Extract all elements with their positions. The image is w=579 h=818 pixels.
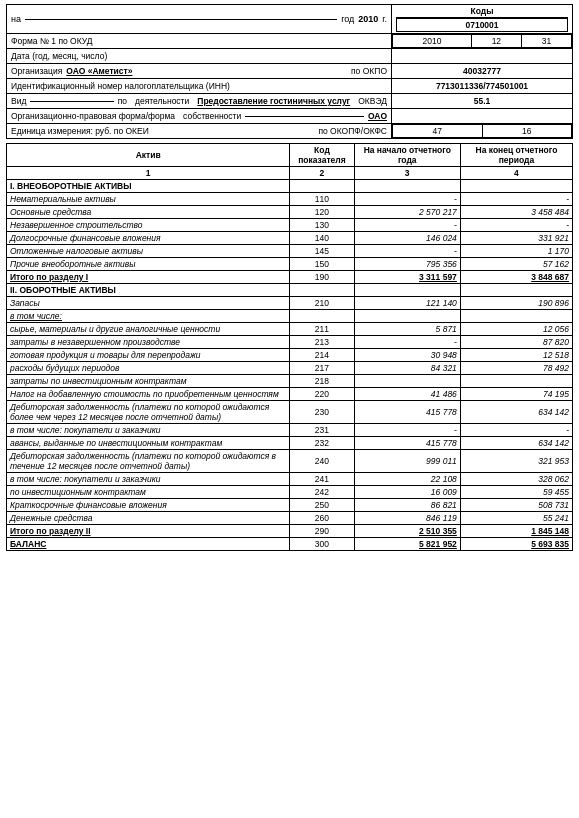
table-row: в том числе: [7, 310, 573, 323]
cell-kon: 78 492 [460, 362, 572, 375]
cell-name: БАЛАНС [7, 538, 290, 551]
forma-label: Форма № 1 по ОКУД [11, 36, 93, 46]
cell-kod: 290 [290, 525, 354, 538]
okopf-value: 47 [393, 125, 483, 138]
cell-nach: 3 311 597 [354, 271, 460, 284]
cell-nach: 146 024 [354, 232, 460, 245]
table-row: авансы, выданные по инвестиционным контр… [7, 437, 573, 450]
cell-kon: 3 458 484 [460, 206, 572, 219]
table-row: в том числе: покупатели и заказчики24122… [7, 473, 573, 486]
cell-kod: 210 [290, 297, 354, 310]
table-row: I. ВНЕОБОРОТНЫЕ АКТИВЫ [7, 180, 573, 193]
okpo-value: 40032777 [392, 64, 572, 78]
cell-kod: 250 [290, 499, 354, 512]
cell-name: Дебиторская задолженность (платежи по ко… [7, 401, 290, 424]
cell-nach [354, 284, 460, 297]
po-okpo-label: по ОКПО [351, 66, 387, 76]
na-label: на [11, 14, 21, 24]
cell-kon: 190 896 [460, 297, 572, 310]
codes-title: Коды [396, 6, 568, 18]
cell-name: I. ВНЕОБОРОТНЫЕ АКТИВЫ [7, 180, 290, 193]
cell-name: Основные средства [7, 206, 290, 219]
cell-kod: 241 [290, 473, 354, 486]
col-header-kod: Код показателя [290, 144, 354, 167]
table-row: Нематериальные активы110-- [7, 193, 573, 206]
table-row: в том числе: покупатели и заказчики231-- [7, 424, 573, 437]
cell-kon: 1 170 [460, 245, 572, 258]
cell-kon: 12 518 [460, 349, 572, 362]
cell-nach [354, 310, 460, 323]
cell-kon: 331 921 [460, 232, 572, 245]
org-name: ОАО «Аметист» [66, 66, 132, 76]
cell-kon: 12 056 [460, 323, 572, 336]
table-row: Незавершенное строительство130-- [7, 219, 573, 232]
col-header-kon: На конец отчетного периода [460, 144, 572, 167]
cell-name: Итого по разделу II [7, 525, 290, 538]
cell-kon: 321 953 [460, 450, 572, 473]
cell-kod [290, 284, 354, 297]
cell-kod: 130 [290, 219, 354, 232]
cell-kod [290, 180, 354, 193]
cell-name: Запасы [7, 297, 290, 310]
day-code: 31 [521, 35, 571, 48]
cell-name: Незавершенное строительство [7, 219, 290, 232]
table-row: Прочие внеоборотные активы150795 35657 1… [7, 258, 573, 271]
cell-kod: 214 [290, 349, 354, 362]
cell-name: сырье, материалы и другие аналогичные це… [7, 323, 290, 336]
table-row: затраты в незавершенном производстве213-… [7, 336, 573, 349]
cell-kod: 231 [290, 424, 354, 437]
table-row: Налог на добавленную стоимость по приобр… [7, 388, 573, 401]
cell-kod: 110 [290, 193, 354, 206]
cell-kod: 232 [290, 437, 354, 450]
cell-name: по инвестиционным контрактам [7, 486, 290, 499]
cell-nach: 415 778 [354, 401, 460, 424]
col-num-2: 2 [290, 167, 354, 180]
cell-nach: - [354, 193, 460, 206]
col-num-4: 4 [460, 167, 572, 180]
cell-name: Прочие внеоборотные активы [7, 258, 290, 271]
cell-kon [460, 310, 572, 323]
cell-name: Итого по разделу I [7, 271, 290, 284]
cell-kod: 145 [290, 245, 354, 258]
col-header-aktiv: Актив [7, 144, 290, 167]
god-label: год [341, 14, 354, 24]
g-label: г. [382, 14, 387, 24]
okved-code: 55.1 [392, 94, 572, 108]
cell-kon: - [460, 193, 572, 206]
cell-name: Дебиторская задолженность (платежи по ко… [7, 450, 290, 473]
cell-nach: 30 948 [354, 349, 460, 362]
cell-name: Денежные средства [7, 512, 290, 525]
table-row: Отложенные налоговые активы145-1 170 [7, 245, 573, 258]
table-row: Запасы210121 140190 896 [7, 297, 573, 310]
cell-nach: 5 821 952 [354, 538, 460, 551]
cell-nach: - [354, 424, 460, 437]
cell-name: затраты в незавершенном производстве [7, 336, 290, 349]
cell-kod: 213 [290, 336, 354, 349]
cell-kon: - [460, 219, 572, 232]
cell-name: расходы будущих периодов [7, 362, 290, 375]
cell-nach: 22 108 [354, 473, 460, 486]
cell-kon: 59 455 [460, 486, 572, 499]
cell-kod: 242 [290, 486, 354, 499]
cell-nach: 16 009 [354, 486, 460, 499]
col-num-3: 3 [354, 167, 460, 180]
table-row: сырье, материалы и другие аналогичные це… [7, 323, 573, 336]
cell-kon: 328 062 [460, 473, 572, 486]
cell-name: Отложенные налоговые активы [7, 245, 290, 258]
inn-code: 7713011336/774501001 [392, 79, 572, 93]
year-value: 2010 [358, 14, 378, 24]
cell-kod: 140 [290, 232, 354, 245]
cell-name: затраты по инвестиционным контрактам [7, 375, 290, 388]
cell-kon: 3 848 687 [460, 271, 572, 284]
table-row: Дебиторская задолженность (платежи по ко… [7, 401, 573, 424]
year-code: 2010 [393, 35, 472, 48]
cell-kod: 150 [290, 258, 354, 271]
codes-table: 0710001 [396, 18, 568, 32]
cell-nach [354, 180, 460, 193]
table-row: Краткосрочные финансовые вложения25086 8… [7, 499, 573, 512]
cell-name: II. ОБОРОТНЫЕ АКТИВЫ [7, 284, 290, 297]
cell-kon [460, 375, 572, 388]
oao-label: ОАО [368, 111, 387, 121]
cell-kod: 211 [290, 323, 354, 336]
cell-name: Долгосрочные финансовые вложения [7, 232, 290, 245]
